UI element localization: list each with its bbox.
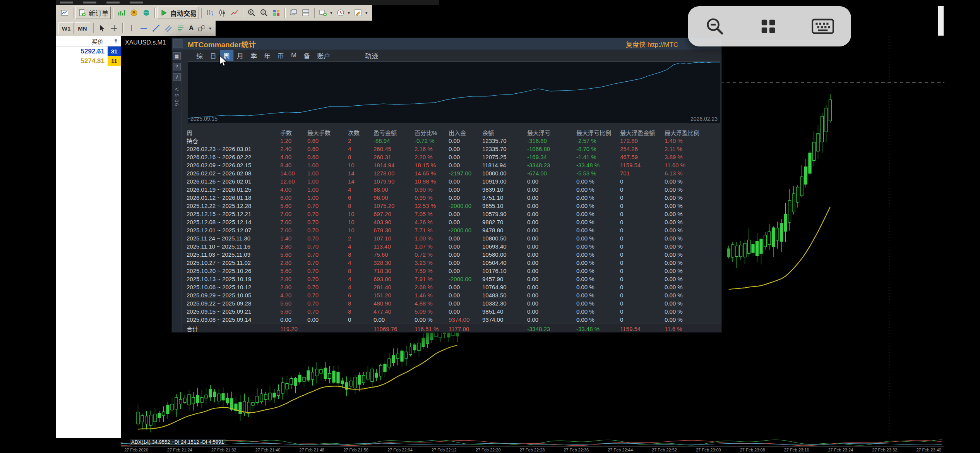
zoom-out-button[interactable]: [258, 7, 270, 19]
scrollbar-sliver[interactable]: [938, 6, 944, 36]
table-cell: 0.70: [307, 284, 348, 290]
table-row[interactable]: 2025.12.01 ~ 2025.12.077.000.7010678.307…: [182, 226, 721, 234]
table-cell: 0.00: [280, 316, 307, 323]
templates-button[interactable]: ▾: [352, 7, 370, 19]
text-tool[interactable]: A: [187, 22, 195, 34]
table-row[interactable]: 2026.01.12 ~ 2026.01.186.001.00696.000.9…: [182, 194, 721, 202]
table-cell: 14: [348, 170, 373, 177]
table-cell: 10919.00: [482, 178, 527, 185]
quote-row[interactable]: 5292.61 31: [56, 46, 121, 56]
app-grid-icon[interactable]: [759, 17, 777, 35]
table-cell: 0.00 %: [576, 186, 620, 193]
table-cell: 0.00: [449, 243, 482, 250]
trendline-tool[interactable]: [150, 22, 162, 34]
table-row[interactable]: 2026.01.19 ~ 2026.01.254.001.00488.000.9…: [182, 185, 721, 194]
autotrading-button[interactable]: 自动交易: [157, 7, 199, 19]
grid-side-button[interactable]: ▦: [173, 52, 181, 60]
table-row[interactable]: 2026.02.23 ~ 2026.03.012.400.604260.452.…: [182, 145, 721, 153]
quote-row[interactable]: 5274.81 11: [56, 56, 121, 66]
table-row[interactable]: 2025.10.27 ~ 2025.11.022.800.704328.303.…: [182, 259, 721, 267]
popup-tab-11[interactable]: 轨迹: [362, 50, 382, 61]
zoom-out-magnifier-icon[interactable]: [705, 16, 725, 36]
collapse-button[interactable]: —: [173, 39, 183, 48]
check-side-button[interactable]: √: [173, 73, 181, 81]
table-row[interactable]: 2026.02.02 ~ 2026.02.0814.001.00141278.0…: [182, 169, 721, 177]
community-button[interactable]: [140, 7, 152, 19]
shapes-tool[interactable]: ▾: [195, 22, 213, 34]
vertical-line-tool[interactable]: [125, 22, 137, 34]
popup-tab-9[interactable]: 备: [300, 50, 314, 61]
horizontal-line-tool[interactable]: [137, 22, 150, 34]
table-row[interactable]: 2026.01.26 ~ 2026.02.0112.601.00141079.9…: [182, 177, 721, 185]
depth-button[interactable]: [115, 7, 128, 19]
table-row[interactable]: 持仓1.200.602-88.94-0.72 %0.0012335.70-316…: [182, 137, 721, 145]
new-chart-button[interactable]: ▾: [317, 7, 334, 19]
table-row[interactable]: 2025.12.22 ~ 2025.12.285.600.7081075.201…: [182, 202, 721, 210]
table-cell: 0: [620, 259, 665, 266]
period-w1-button[interactable]: W1: [58, 22, 74, 34]
bar-chart-button[interactable]: [204, 7, 216, 19]
popup-tab-8[interactable]: M: [288, 51, 300, 60]
market-watch-button[interactable]: [58, 7, 71, 19]
table-cell: 75.60: [373, 251, 415, 258]
zoom-in-button[interactable]: [245, 7, 258, 19]
table-cell: 14: [348, 178, 373, 185]
table-row[interactable]: 2025.11.10 ~ 2025.11.162.800.704113.401.…: [182, 242, 721, 251]
table-row[interactable]: 2025.11.03 ~ 2025.11.095.600.70875.600.7…: [182, 251, 721, 259]
table-cell: 7.00: [280, 211, 307, 217]
timeframes-button[interactable]: ▾: [334, 7, 352, 19]
table-row[interactable]: 2025.11.24 ~ 2025.11.301.400.702107.101.…: [182, 234, 721, 242]
popup-tab-10[interactable]: 账户: [314, 50, 334, 61]
table-row[interactable]: 2025.12.08 ~ 2025.12.147.000.7010403.904…: [182, 218, 721, 226]
cursor-tool-button[interactable]: [96, 22, 108, 34]
cascade-windows-button[interactable]: [287, 7, 300, 19]
table-cell: 0.00 %: [665, 194, 721, 201]
new-order-button[interactable]: 新订单: [75, 7, 111, 19]
table-cell: 2: [348, 235, 373, 242]
crosshair-tool-button[interactable]: [108, 22, 120, 34]
line-chart-button[interactable]: [228, 7, 241, 19]
tile-horizontal-button[interactable]: [300, 7, 312, 19]
table-row[interactable]: 2026.02.09 ~ 2026.02.158.401.00101814.94…: [182, 161, 721, 169]
table-row[interactable]: 2026.02.16 ~ 2026.02.224.800.608260.312.…: [182, 153, 721, 161]
table-cell: 0: [348, 316, 373, 323]
adx-indicator-pane[interactable]: ADX(14) 34.9552 +DI 24.1512 -DI 4.5991: [121, 438, 944, 446]
period-mn-button[interactable]: MN: [75, 22, 90, 34]
keyboard-icon[interactable]: [812, 18, 834, 34]
mtcommander-window[interactable]: — MTCommander统计 复盘侠 http://MTC ▦ ? √ V 5…: [171, 38, 722, 333]
popup-tab-6[interactable]: 年: [260, 50, 274, 61]
table-row[interactable]: 2025.09.08 ~ 2025.09.140.000.0000.000.00…: [182, 316, 721, 324]
popup-tab-7[interactable]: 币: [274, 50, 288, 61]
crosshair-icon: [110, 24, 118, 33]
popup-tab-2[interactable]: 日: [206, 50, 220, 61]
popup-title-bar[interactable]: — MTCommander统计 复盘侠 http://MTC: [172, 38, 721, 50]
table-row[interactable]: 2025.09.29 ~ 2025.10.054.200.706151.201.…: [182, 291, 721, 299]
popup-tab-4[interactable]: 月: [233, 50, 247, 61]
close-icon[interactable]: ×: [112, 37, 119, 44]
table-row[interactable]: 2025.10.20 ~ 2025.10.265.600.708718.307.…: [182, 267, 721, 275]
table-row[interactable]: 2025.09.22 ~ 2025.09.285.600.708480.904.…: [182, 299, 721, 307]
table-cell: 0: [620, 219, 665, 225]
tile-windows-button[interactable]: [270, 7, 283, 19]
help-side-button[interactable]: ?: [173, 63, 181, 70]
coin-button[interactable]: B: [128, 7, 140, 19]
channel-tool[interactable]: [162, 22, 175, 34]
table-cell: 0.00 %: [576, 202, 620, 209]
table-cell: 0.00: [527, 251, 576, 258]
popup-tab-1[interactable]: 综: [193, 50, 206, 61]
table-cell: 328.30: [373, 259, 415, 266]
table-cell: 0.00 %: [576, 308, 620, 315]
table-row[interactable]: 2025.10.13 ~ 2025.10.192.800.704693.007.…: [182, 275, 721, 283]
popup-tab-5[interactable]: 季: [247, 50, 260, 61]
fibonacci-tool[interactable]: [175, 22, 187, 34]
table-row[interactable]: 2025.09.15 ~ 2025.09.215.600.708477.405.…: [182, 307, 721, 316]
table-row[interactable]: 2025.12.15 ~ 2025.12.217.000.7010697.207…: [182, 210, 721, 218]
table-cell: 0.00: [527, 202, 576, 209]
table-total-row[interactable]: 合计119.2011069.76116.51 %1177.00-3348.23-…: [182, 324, 721, 332]
table-row[interactable]: 2025.10.06 ~ 2025.10.122.800.704281.402.…: [182, 283, 721, 291]
candlestick-button[interactable]: [216, 7, 228, 19]
table-cell: 1.00: [307, 170, 348, 177]
table-cell: 477.40: [373, 308, 415, 315]
table-cell: 2025.09.22 ~ 2025.09.28: [187, 300, 280, 307]
fibonacci-icon: [176, 24, 185, 33]
